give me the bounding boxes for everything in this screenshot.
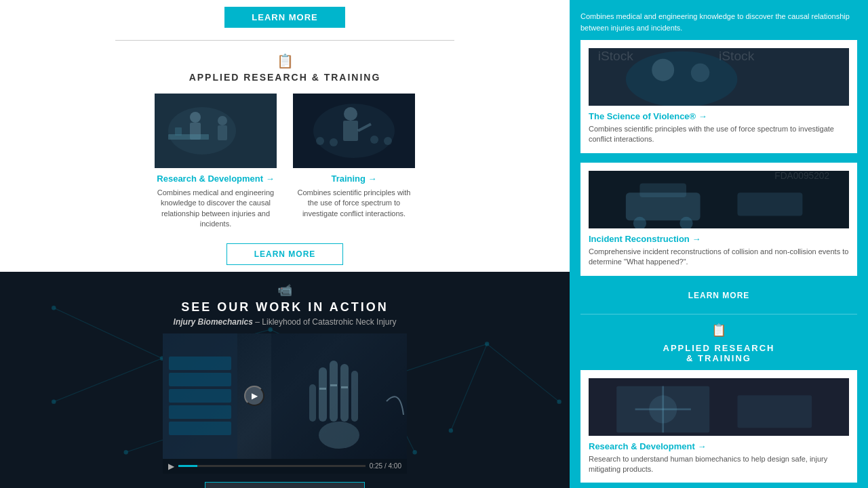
svg-point-15: [384, 137, 392, 145]
svg-rect-5: [218, 125, 227, 140]
video-content: ▶: [163, 333, 407, 459]
svg-rect-69: [737, 395, 812, 428]
svg-rect-49: [341, 386, 348, 388]
svg-point-41: [319, 422, 359, 449]
play-pause-control[interactable]: ▶: [168, 462, 174, 471]
video-controls: ▶ 0:25 / 4:00: [163, 459, 407, 474]
video-section-inner: 📹 SEE OUR WORK IN ACTION Injury Biomecha…: [0, 283, 570, 488]
video-subtitle: Injury Biomechanics – Likleyhood of Cata…: [174, 317, 397, 327]
sidebar-research-development-card: Research & Development → Research to und…: [580, 370, 857, 483]
applied-research-section: 📋 APPLIED RESEARCH & TRAINING: [0, 46, 570, 272]
svg-text:iStock: iStock: [598, 49, 634, 64]
video-camera-icon: 📹: [277, 283, 292, 298]
sidebar-divider: [580, 314, 857, 314]
eq-block-2: [169, 373, 231, 386]
svg-rect-63: [737, 192, 802, 216]
incident-reconstruction-link[interactable]: Incident Reconstruction →: [589, 234, 849, 244]
svg-point-2: [190, 112, 201, 123]
art-cards-container: Research & Development → Combines medica…: [155, 94, 415, 230]
sidebar-art-header: 📋 APPLIED RESEARCH & TRAINING: [580, 323, 857, 363]
video-subtitle-bold: Injury Biomechanics: [174, 317, 253, 327]
research-development-card: Research & Development → Combines medica…: [155, 94, 277, 230]
research-development-link[interactable]: Research & Development →: [157, 174, 274, 184]
svg-rect-48: [330, 384, 337, 386]
svg-point-13: [330, 138, 338, 146]
svg-point-10: [344, 107, 357, 121]
sidebar-top-desc: Combines medical and engineering knowled…: [580, 7, 857, 40]
eq-block-4: [169, 405, 231, 419]
incident-reconstruction-image: FDA0095202: [589, 171, 849, 228]
research-card-image: [155, 94, 277, 168]
svg-point-4: [218, 116, 227, 125]
equipment-panel: [163, 333, 237, 459]
incident-reconstruction-card: FDA0095202 Incident Reconstruction → Com…: [580, 163, 857, 276]
play-button[interactable]: ▶: [244, 386, 264, 406]
science-violence-desc: Combines scientific principles with the …: [589, 124, 849, 145]
art-section-title: APPLIED RESEARCH & TRAINING: [189, 72, 381, 83]
time-current: 0:25: [370, 462, 382, 470]
sidebar-art-title: APPLIED RESEARCH & TRAINING: [580, 343, 857, 363]
progress-bar[interactable]: [178, 465, 366, 467]
progress-fill: [178, 465, 197, 467]
incident-reconstruction-desc: Comprehensive incident reconstructions o…: [589, 247, 849, 268]
training-card: Training → Combines scientific principle…: [293, 94, 415, 230]
video-section: 📹 SEE OUR WORK IN ACTION Injury Biomecha…: [0, 272, 570, 488]
svg-rect-42: [319, 367, 327, 422]
svg-rect-46: [309, 384, 316, 422]
training-card-image: [293, 94, 415, 168]
svg-text:FDA0095202: FDA0095202: [774, 171, 829, 181]
svg-point-54: [652, 59, 674, 81]
top-section: LEARN MORE: [0, 0, 570, 46]
svg-rect-59: [639, 183, 686, 197]
svg-point-55: [691, 64, 709, 82]
svg-rect-7: [175, 127, 182, 136]
svg-rect-43: [330, 361, 338, 422]
sidebar-research-development-image: [589, 378, 849, 436]
training-desc: Combines scientific principles with the …: [293, 188, 415, 219]
see-work-title: SEE OUR WORK IN ACTION: [181, 300, 388, 314]
research-development-desc: Combines medical and engineering knowled…: [155, 188, 277, 230]
science-violence-link[interactable]: The Science of Violence® →: [589, 111, 849, 121]
eq-block-1: [169, 357, 231, 370]
xray-visualization: [271, 333, 407, 459]
svg-rect-45: [351, 371, 358, 422]
svg-point-53: [626, 52, 738, 106]
svg-point-14: [370, 136, 378, 144]
learn-more-top-button[interactable]: LEARN MORE: [224, 7, 344, 28]
art-learn-more-button[interactable]: LEARN MORE: [226, 243, 344, 265]
sidebar-research-development-desc: Research to understand human biomechanic…: [589, 454, 849, 475]
more-success-stories-button[interactable]: MORE SUCCESS STORIES: [205, 482, 364, 488]
training-link[interactable]: Training →: [331, 174, 376, 184]
time-total: 4:00: [389, 462, 401, 470]
science-violence-image: iStock iStock: [589, 48, 849, 106]
svg-rect-11: [343, 121, 358, 141]
science-violence-card: iStock iStock The Science of Violence® →…: [580, 40, 857, 153]
eq-block-5: [169, 422, 231, 435]
sidebar-research-development-link[interactable]: Research & Development →: [589, 441, 849, 451]
sidebar-inner: Combines medical and engineering knowled…: [570, 0, 868, 488]
book-icon: 📋: [277, 53, 294, 69]
divider: [115, 40, 454, 41]
sidebar: Combines medical and engineering knowled…: [570, 0, 868, 488]
eq-block-3: [169, 389, 231, 403]
svg-rect-6: [168, 134, 209, 140]
video-subtitle-text: – Likleyhood of Catastrohic Neck Injury: [253, 317, 396, 327]
svg-point-12: [316, 137, 324, 145]
time-display: 0:25 / 4:00: [370, 462, 401, 470]
sidebar-learn-more-button[interactable]: LEARN MORE: [672, 285, 766, 306]
learn-more-top-container: LEARN MORE: [224, 7, 344, 28]
video-player[interactable]: ▶: [163, 333, 407, 459]
main-content: LEARN MORE 📋 APPLIED RESEARCH & TRAINING: [0, 0, 570, 488]
svg-rect-47: [319, 388, 326, 390]
svg-rect-44: [340, 364, 349, 422]
sidebar-book-icon: 📋: [580, 323, 857, 338]
